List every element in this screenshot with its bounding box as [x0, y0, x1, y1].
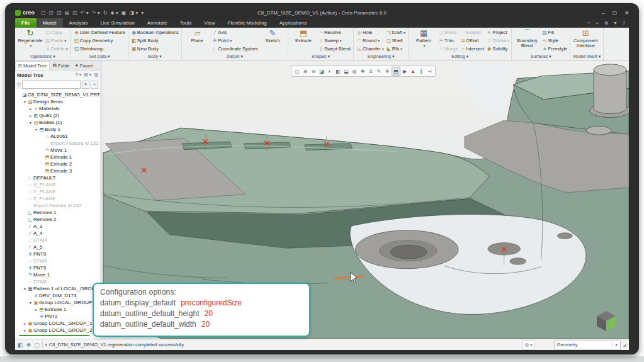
expander-open-icon[interactable]: ▾ [23, 99, 27, 104]
pattern-button[interactable]: ▦Pattern▾ [411, 28, 436, 48]
expander-open-icon[interactable]: ▾ [34, 127, 38, 132]
close-window-button[interactable]: ◨ ▾ [129, 10, 138, 16]
plane-button[interactable]: ▱Plane [184, 28, 210, 43]
view-manager-icon[interactable]: ❖ [359, 67, 366, 75]
tab-applications[interactable]: Applications [273, 18, 313, 28]
user-defined-feature-button[interactable]: ◈User-Defined Feature [74, 28, 125, 37]
intersect-button[interactable]: ∩Intersect [460, 45, 484, 53]
sketch-button[interactable]: ✎Sketch [260, 28, 285, 43]
tree-item-group-local-group-2[interactable]: ▸▣Group LOCAL_GROUP_2 [15, 327, 100, 334]
hole-button[interactable]: ◎Hole [356, 28, 384, 37]
minimize-button[interactable]: – [602, 10, 604, 16]
tree-item-body-1[interactable]: ▾⬒Body 1 [15, 126, 100, 133]
boolean-operations-button[interactable]: ◉Boolean Operations [131, 28, 179, 37]
tab-flexible-modeling[interactable]: Flexible Modeling [222, 18, 273, 28]
drag-icon[interactable]: ▶ [401, 67, 409, 75]
sweep-button[interactable]: ≈Sweep▾ [318, 37, 351, 45]
tree-item-y-plane[interactable]: ▱Y_PLANE [15, 188, 100, 195]
draft-button[interactable]: ◹Draft▾ [386, 28, 405, 37]
repaint-icon[interactable]: ◪ [318, 67, 325, 75]
revolve-button[interactable]: ◔Revolve [318, 28, 351, 37]
trim-button[interactable]: ✂Trim [438, 37, 458, 45]
tab-live-simulation[interactable]: Live Simulation [94, 18, 140, 28]
boundary-blend-button[interactable]: ⌒Boundary Blend [514, 28, 539, 48]
section-icon[interactable]: ⬓ [342, 67, 350, 75]
new-body-button[interactable]: ▣New Body [131, 45, 179, 53]
tree-item-a-5[interactable]: ∕A_5 [15, 244, 100, 251]
chamfer-button[interactable]: ◺Chamfer▾ [356, 45, 384, 53]
shrinkwrap-button[interactable]: ◱Shrinkwrap [74, 45, 125, 53]
window-button[interactable]: ▣ [121, 10, 127, 16]
axis-button[interactable]: ∕Axis [212, 28, 258, 37]
datum-display-icon[interactable]: ∆ [367, 67, 375, 75]
tree-item-c8-dtm-size-demo-v1-prt[interactable]: ◪C8_DTM_SIZE_DEMO_V1.PRT [15, 91, 100, 98]
tree-item-a-4[interactable]: ∕A_4 [15, 230, 100, 237]
tree-item-extrude-1[interactable]: ▸⬒Extrude 1 [15, 306, 100, 313]
last-icon[interactable]: ⊣ [426, 67, 433, 75]
tree-item-move-1[interactable]: ↷Move 1 [15, 147, 100, 154]
tree-item-dtm4[interactable]: ▱DTM4 [15, 237, 100, 244]
find-button[interactable]: ◎ ▾ [523, 341, 535, 349]
group-label-engineering[interactable]: Engineering ▾ [356, 54, 405, 60]
tree-item-remove-1[interactable]: ◺Remove 1 [15, 209, 100, 216]
tree-item-a-3[interactable]: ∕A_3 [15, 223, 100, 230]
expander-closed-icon[interactable]: ▸ [28, 106, 33, 111]
appearance-icon[interactable]: ◍ [351, 67, 358, 75]
tree-filters-icon[interactable]: T ▾ [76, 72, 82, 77]
tree-item-dtm6[interactable]: ▱DTM6 [15, 278, 100, 285]
insert-here-line[interactable] [19, 335, 89, 336]
dropdown-icon[interactable]: ▾ [614, 20, 617, 26]
group-label-model-intent[interactable]: Model Intent ▾ [573, 54, 601, 60]
tree-item-bodies-1[interactable]: ▾▤Bodies (1) [15, 119, 100, 126]
navigator-tab-model-tree[interactable]: ⊟Model Tree [15, 61, 50, 70]
tree-item-design-items[interactable]: ▾▨Design Items [15, 98, 100, 105]
tree-item-extrude-3[interactable]: ⬒Extrude 3 [15, 167, 100, 174]
point-button[interactable]: ✛Point▾ [212, 37, 258, 45]
tree-item-default[interactable]: ∟DEFAULT [15, 174, 100, 181]
freestyle-button[interactable]: ∗Freestyle [541, 45, 567, 53]
tab-tools[interactable]: Tools [174, 18, 198, 28]
tab-model[interactable]: Model [37, 18, 63, 28]
split-body-button[interactable]: ◧Split Body [131, 37, 179, 45]
new-file-button[interactable]: ▢ [41, 10, 46, 16]
zoom-in-icon[interactable]: ⊕ [302, 67, 309, 75]
group-label-get-data[interactable]: Get Data ▾ [74, 54, 125, 60]
search-icon[interactable]: ⌕ [596, 20, 598, 26]
tree-item-import-feature-id-132[interactable]: ◌Import Feature id 132 [15, 202, 100, 209]
project-button[interactable]: ⌖Project [486, 28, 509, 37]
filter-add-button[interactable]: + [91, 81, 98, 89]
help-icon[interactable]: ? [623, 20, 625, 26]
tab-analysis[interactable]: Analysis [63, 18, 94, 28]
shell-button[interactable]: ▢Shell [386, 37, 405, 45]
tab-view[interactable]: View [198, 18, 221, 28]
maximize-button[interactable]: ▢ [613, 10, 618, 16]
annotation-display-icon[interactable]: ✎ [375, 67, 383, 75]
extrude-button[interactable]: ⬒Extrude [291, 28, 316, 43]
blank-panel-icon[interactable]: ▢ [35, 342, 40, 348]
filter-dropdown-button[interactable]: ▾ [82, 81, 89, 89]
close-button[interactable]: ✕ [624, 10, 629, 16]
selection-filter-select[interactable]: Geometry ▾ [554, 341, 621, 349]
tree-item-remove-2[interactable]: ◺Remove 2 [15, 216, 100, 223]
undo-button[interactable]: ↶ ▾ [81, 10, 89, 16]
screen-options-icon[interactable]: ⊕ [604, 20, 609, 26]
expander-closed-icon[interactable]: ▸ [23, 328, 27, 332]
orient-mode-icon[interactable]: ⬒ [392, 67, 400, 76]
minimize-ribbon-icon[interactable]: ^ [588, 20, 590, 26]
group-label-operations[interactable]: Operations ▾ [18, 54, 68, 60]
tree-item-pnt5[interactable]: ✛PNT5 [15, 264, 100, 271]
fill-button[interactable]: ▧Fill [541, 28, 567, 37]
tree-item-group-local-group-1[interactable]: ▸▣Group LOCAL_GROUP_1 [15, 320, 100, 327]
tab-file[interactable]: File [15, 18, 37, 28]
swept-blend-button[interactable]: ∫Swept Blend [318, 45, 351, 53]
expander-open-icon[interactable]: ▾ [28, 300, 33, 305]
tree-item-extrude-2[interactable]: ⬒Extrude 2 [15, 161, 100, 167]
perf-icon[interactable]: ▲ [409, 67, 417, 75]
coordinate-system-button[interactable]: ∟Coordinate System [212, 45, 258, 53]
expander-closed-icon[interactable]: ▸ [34, 307, 38, 312]
component-interface-button[interactable]: ⊞Component Interface [573, 28, 598, 48]
open-folder-button[interactable]: ▤ [65, 10, 70, 16]
tree-item-z-plane[interactable]: ▱Z_PLANE [15, 195, 100, 202]
expander-open-icon[interactable]: ▾ [28, 120, 33, 125]
tree-settings-icon[interactable]: ▤ ▾ [84, 72, 91, 77]
